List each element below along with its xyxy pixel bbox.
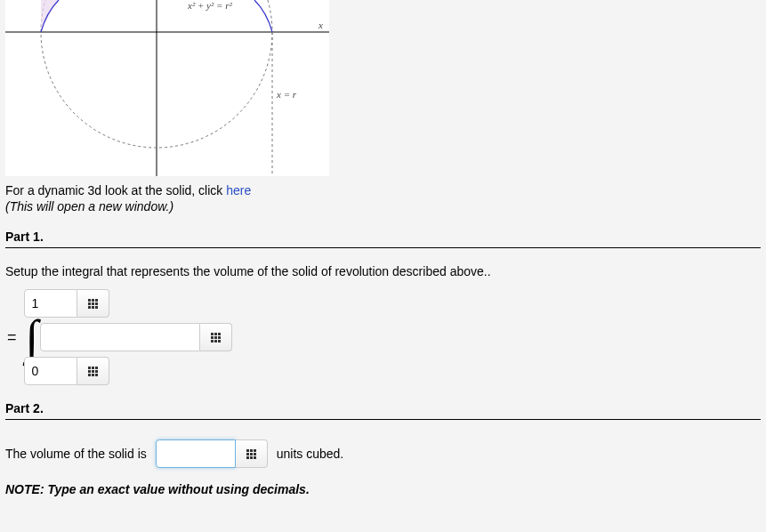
keypad-icon bbox=[88, 367, 98, 376]
graph-equation-label: x² + y² = r² bbox=[187, 0, 232, 11]
volume-keypad-button[interactable] bbox=[236, 439, 268, 468]
shaded-region-left bbox=[41, 0, 59, 32]
upper-bound-group bbox=[24, 289, 109, 318]
curve-right bbox=[254, 0, 272, 32]
note-text: NOTE: Type an exact value without using … bbox=[5, 482, 761, 496]
integrand-input[interactable] bbox=[40, 323, 200, 351]
keypad-icon bbox=[246, 449, 256, 459]
units-text: units cubed. bbox=[277, 447, 344, 461]
keypad-icon bbox=[211, 333, 221, 343]
axis-x-label: x bbox=[318, 20, 323, 30]
integral-expression: = ∫ bbox=[5, 289, 761, 385]
volume-line: The volume of the solid is units cubed. bbox=[5, 439, 761, 468]
upper-bound-keypad-button[interactable] bbox=[77, 289, 109, 318]
intro-line: For a dynamic 3d look at the solid, clic… bbox=[5, 183, 761, 197]
volume-prefix: The volume of the solid is bbox=[5, 447, 147, 461]
new-window-note: (This will open a new window.) bbox=[5, 199, 761, 214]
line-xr-label: x = r bbox=[276, 89, 297, 100]
graph-figure: x² + y² = r² x x = r bbox=[5, 0, 329, 176]
keypad-icon bbox=[88, 299, 98, 309]
lower-bound-input[interactable] bbox=[24, 357, 77, 385]
part1-heading: Part 1. bbox=[5, 230, 761, 248]
integral-sign: ∫ bbox=[24, 319, 37, 355]
integrand-group bbox=[40, 323, 232, 351]
volume-input-group bbox=[156, 439, 268, 468]
intro-prefix: For a dynamic 3d look at the solid, clic… bbox=[5, 183, 226, 197]
part2-heading: Part 2. bbox=[5, 401, 761, 420]
lower-bound-keypad-button[interactable] bbox=[77, 357, 109, 385]
equals-sign: = bbox=[5, 328, 19, 347]
part1-setup-text: Setup the integral that represents the v… bbox=[5, 264, 761, 278]
lower-bound-group bbox=[24, 357, 109, 385]
dynamic-3d-link[interactable]: here bbox=[226, 183, 251, 197]
volume-input[interactable] bbox=[156, 439, 236, 468]
integrand-keypad-button[interactable] bbox=[200, 323, 232, 351]
